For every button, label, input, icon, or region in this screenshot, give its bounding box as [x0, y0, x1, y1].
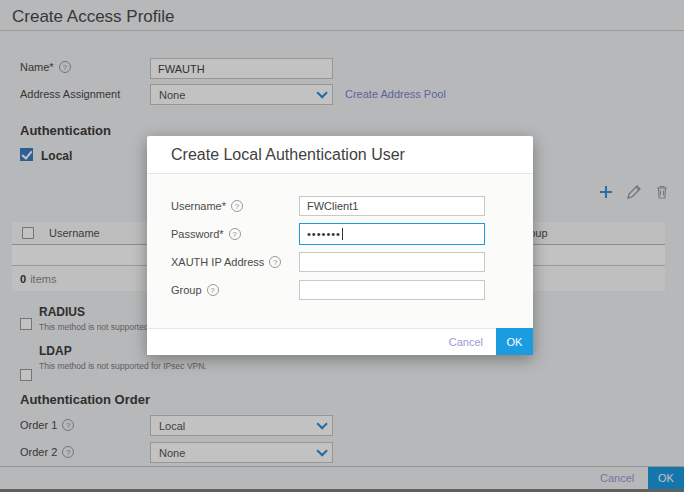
password-masked-value: •••••••	[307, 228, 341, 240]
password-input[interactable]: •••••••	[299, 223, 485, 245]
help-icon[interactable]	[269, 256, 281, 268]
xauth-ip-label: XAUTH IP Address	[171, 256, 281, 268]
modal-footer: Cancel OK	[147, 328, 533, 355]
username-label: Username*	[171, 200, 243, 212]
help-icon[interactable]	[229, 228, 241, 240]
username-label-text: Username*	[171, 200, 226, 212]
password-label-text: Password*	[171, 228, 224, 240]
xauth-ip-label-text: XAUTH IP Address	[171, 256, 264, 268]
group-input[interactable]	[299, 280, 485, 300]
create-local-auth-user-dialog: Create Local Authentication User Usernam…	[147, 136, 533, 355]
group-label: Group	[171, 284, 219, 296]
modal-ok-button[interactable]: OK	[496, 328, 533, 355]
modal-body: Username* Password* ••••••• XAUTH IP Add…	[147, 174, 533, 328]
modal-cancel-button[interactable]: Cancel	[449, 336, 483, 348]
help-icon[interactable]	[207, 284, 219, 296]
text-cursor	[342, 228, 343, 240]
password-label: Password*	[171, 228, 241, 240]
username-input[interactable]	[299, 196, 485, 216]
modal-title: Create Local Authentication User	[171, 146, 405, 164]
xauth-ip-input[interactable]	[299, 252, 485, 272]
help-icon[interactable]	[231, 200, 243, 212]
group-label-text: Group	[171, 284, 202, 296]
modal-title-bar: Create Local Authentication User	[147, 136, 533, 174]
